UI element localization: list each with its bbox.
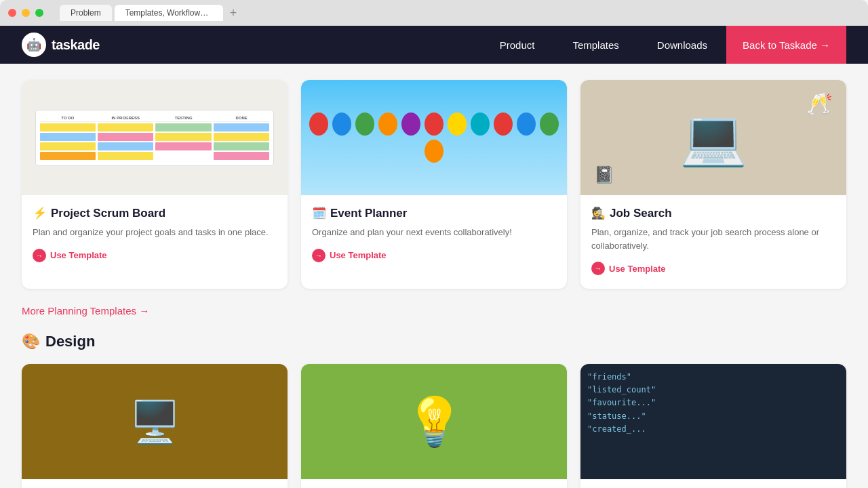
event-emoji: 🗓️ xyxy=(312,206,326,220)
card-design-desk: 🖥️ xyxy=(22,364,288,488)
laptop-image: 💻 🥂 📓 xyxy=(580,80,846,195)
card-project-scrum-board: TO DO IN PROGRESS xyxy=(22,80,288,289)
card-scrum-desc: Plan and organize your project goals and… xyxy=(33,226,277,239)
tab-add-button[interactable]: + xyxy=(226,6,241,20)
use-template-job-button[interactable]: → Use Template xyxy=(591,262,666,275)
balloon-image xyxy=(301,80,567,195)
nav-product[interactable]: Product xyxy=(481,26,554,64)
code-text: "friends" "listed_count" "favourite..." … xyxy=(587,371,656,436)
planning-cards-grid: TO DO IN PROGRESS xyxy=(22,80,846,289)
bulb-image: 💡 xyxy=(301,364,567,479)
logo-text: taskade xyxy=(52,37,100,53)
arrow-icon: → xyxy=(33,249,46,262)
code-line-5: "created_... xyxy=(587,423,656,436)
code-line-3: "favourite..." xyxy=(587,396,656,409)
tab-bar: Problem Templates, Workflows, Rem... + xyxy=(60,5,241,21)
arrow-icon: → xyxy=(591,262,605,275)
close-button[interactable] xyxy=(8,9,16,17)
logo-icon: 🤖 xyxy=(22,33,46,57)
scrum-board-image: TO DO IN PROGRESS xyxy=(22,80,288,195)
job-emoji: 🕵️ xyxy=(591,206,606,220)
card-job-title: 🕵️ Job Search xyxy=(591,206,835,220)
nav-templates[interactable]: Templates xyxy=(553,26,637,64)
card-event-title: 🗓️ Event Planner xyxy=(312,206,556,220)
code-line-2: "listed_count" xyxy=(587,384,656,396)
title-bar: Problem Templates, Workflows, Rem... + xyxy=(0,0,868,26)
desk-image: 🖥️ xyxy=(22,364,288,479)
card-scrum-title: ⚡ Project Scrum Board xyxy=(33,206,277,220)
code-line-4: "statuse..." xyxy=(587,410,656,423)
code-image: "friends" "listed_count" "favourite..." … xyxy=(580,364,846,479)
code-line-1: "friends" xyxy=(587,371,656,384)
tab-problem[interactable]: Problem xyxy=(60,5,112,21)
card-design-bulb: 💡 xyxy=(301,364,567,488)
tab-templates[interactable]: Templates, Workflows, Rem... xyxy=(115,5,223,21)
card-job-search: 💻 🥂 📓 🕵️ Job Search Plan, organize, and … xyxy=(580,80,846,289)
logo[interactable]: 🤖 taskade xyxy=(22,33,100,57)
browser-content: 🤖 taskade Product Templates Downloads Ba… xyxy=(0,26,868,488)
card-event-desc: Organize and plan your next events colla… xyxy=(312,226,556,239)
card-job-desc: Plan, organize, and track your job searc… xyxy=(591,226,835,252)
design-emoji: 🎨 xyxy=(22,333,40,350)
nav-links: Product Templates Downloads Back to Task… xyxy=(481,26,846,64)
minimize-button[interactable] xyxy=(22,9,30,17)
scrum-emoji: ⚡ xyxy=(33,206,47,220)
nav-cta-button[interactable]: Back to Taskade → xyxy=(726,26,846,64)
maximize-button[interactable] xyxy=(35,9,43,17)
arrow-icon: → xyxy=(312,249,326,262)
nav-downloads[interactable]: Downloads xyxy=(638,26,726,64)
use-template-scrum-button[interactable]: → Use Template xyxy=(33,249,107,262)
design-section-title: 🎨 Design xyxy=(22,333,846,350)
use-template-event-button[interactable]: → Use Template xyxy=(312,249,387,262)
traffic-lights xyxy=(8,9,43,17)
card-event-planner: 🗓️ Event Planner Organize and plan your … xyxy=(301,80,567,289)
card-design-code: "friends" "listed_count" "favourite..." … xyxy=(580,364,846,488)
navbar: 🤖 taskade Product Templates Downloads Ba… xyxy=(0,26,868,64)
more-planning-link[interactable]: More Planning Templates → xyxy=(22,305,149,317)
design-cards-grid: 🖥️ 💡 "friends" "listed_ xyxy=(22,364,846,488)
page-content: TO DO IN PROGRESS xyxy=(0,64,868,488)
